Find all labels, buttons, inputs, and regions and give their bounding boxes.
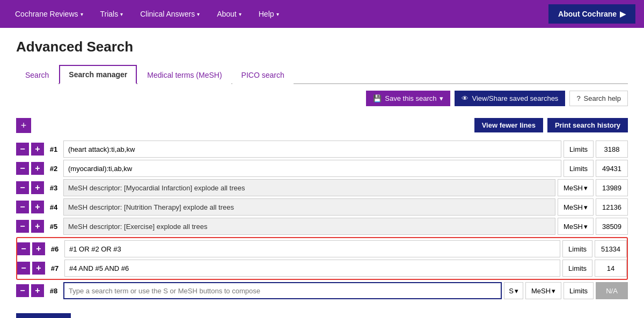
bottom-bar: ✕ Clear all Highlight orphan lines: [16, 307, 628, 318]
add-after-row-7-button[interactable]: +: [32, 262, 45, 275]
search-input-7[interactable]: [64, 260, 560, 277]
chevron-down-icon: ▾: [80, 11, 83, 17]
add-after-row-1-button[interactable]: +: [31, 143, 44, 156]
add-row-button[interactable]: +: [16, 118, 31, 133]
about-cochrane-button[interactable]: About Cochrane ▶: [548, 4, 635, 24]
row-number-5: #5: [46, 223, 61, 231]
search-input-8[interactable]: [63, 282, 502, 299]
search-row-4: − + #4 MeSH ▾ 12136: [16, 198, 628, 216]
top-controls: + View fewer lines Print search history: [16, 118, 628, 137]
chevron-down-icon: ▾: [276, 11, 279, 17]
mesh-button-5[interactable]: MeSH ▾: [558, 218, 594, 235]
tab-pico-search[interactable]: PICO search: [232, 65, 294, 84]
chevron-down-icon: ▾: [584, 184, 588, 192]
remove-row-6-button[interactable]: −: [17, 242, 30, 255]
toolbar: 💾 Save this search ▾ 👁 View/Share saved …: [16, 84, 628, 113]
chevron-down-icon: ▾: [584, 203, 588, 211]
chevron-down-icon: ▾: [239, 11, 241, 17]
tabs: Search Search manager Medical terms (MeS…: [16, 64, 628, 84]
search-row-1: − + #1 Limits 3188: [16, 140, 628, 158]
limits-button-2[interactable]: Limits: [564, 160, 594, 177]
chevron-down-icon: ▾: [120, 11, 123, 17]
chevron-down-icon: ▾: [515, 287, 518, 295]
row-number-7: #7: [47, 264, 62, 272]
search-row-8: − + #8 S ▾ MeSH ▾ Limits N/A: [16, 282, 628, 299]
row-number-6: #6: [47, 245, 62, 253]
row-count-3: 13989: [596, 179, 628, 196]
nav-clinical-answers[interactable]: Clinical Answers ▾: [134, 5, 206, 23]
row-count-5: 38509: [596, 218, 628, 235]
nav-cochrane-reviews[interactable]: Cochrane Reviews ▾: [9, 5, 90, 23]
nav-about[interactable]: About ▾: [210, 5, 248, 23]
row-count-1: 3188: [596, 140, 628, 158]
mesh-button-4[interactable]: MeSH ▾: [558, 198, 594, 216]
search-rows-container: − + #1 Limits 3188 − + #2 Limits 49431 −…: [16, 140, 628, 299]
search-input-1[interactable]: [63, 140, 561, 158]
add-after-row-3-button[interactable]: +: [31, 181, 44, 194]
row-number-2: #2: [46, 165, 61, 173]
search-row-7: − + #7 Limits 14: [17, 260, 627, 277]
row-number-4: #4: [46, 203, 61, 211]
add-after-row-4-button[interactable]: +: [31, 201, 44, 213]
print-search-history-button[interactable]: Print search history: [547, 118, 628, 132]
nav-help[interactable]: Help ▾: [252, 5, 286, 23]
mesh-button-8[interactable]: MeSH ▾: [525, 282, 561, 299]
chevron-right-icon: ▶: [620, 10, 626, 18]
add-after-row-8-button[interactable]: +: [31, 284, 44, 297]
remove-row-3-button[interactable]: −: [16, 181, 29, 194]
s-dropdown-button[interactable]: S ▾: [504, 282, 523, 299]
remove-row-7-button[interactable]: −: [17, 262, 30, 275]
limits-button-1[interactable]: Limits: [564, 140, 594, 158]
save-search-button[interactable]: 💾 Save this search ▾: [366, 91, 450, 106]
add-after-row-6-button[interactable]: +: [32, 242, 45, 255]
search-area: + View fewer lines Print search history …: [16, 113, 628, 307]
remove-row-5-button[interactable]: −: [16, 220, 29, 233]
row-count-2: 49431: [596, 160, 628, 177]
row-count-4: 12136: [596, 198, 628, 216]
nav-trials[interactable]: Trials ▾: [94, 5, 130, 23]
row-number-1: #1: [46, 145, 61, 153]
tab-search-manager[interactable]: Search manager: [59, 65, 137, 84]
remove-row-8-button[interactable]: −: [16, 284, 29, 297]
row-count-8: N/A: [596, 282, 628, 299]
tab-medical-terms[interactable]: Medical terms (MeSH): [138, 65, 231, 84]
chevron-down-icon: ▾: [440, 94, 443, 102]
page-content: Advanced Search Search Search manager Me…: [0, 28, 644, 318]
save-icon: 💾: [373, 94, 382, 102]
search-input-2[interactable]: [63, 160, 561, 177]
add-after-row-2-button[interactable]: +: [31, 162, 44, 175]
search-row-3: − + #3 MeSH ▾ 13989: [16, 179, 628, 196]
row-count-6: 51334: [595, 240, 627, 257]
chevron-down-icon: ▾: [197, 11, 200, 17]
search-input-5[interactable]: [63, 218, 555, 235]
search-input-4[interactable]: [63, 198, 555, 216]
limits-button-7[interactable]: Limits: [562, 260, 592, 277]
clear-all-button[interactable]: ✕ Clear all: [16, 313, 71, 318]
limits-button-8[interactable]: Limits: [564, 282, 594, 299]
chevron-down-icon: ▾: [552, 287, 555, 295]
remove-row-4-button[interactable]: −: [16, 201, 29, 213]
search-row-2: − + #2 Limits 49431: [16, 160, 628, 177]
highlighted-rows-wrapper: − + #6 Limits 51334 − + #7 Limits 14: [16, 237, 628, 280]
search-input-6[interactable]: [64, 240, 560, 257]
question-icon: ?: [576, 94, 580, 102]
row-number-8: #8: [46, 287, 61, 295]
remove-row-2-button[interactable]: −: [16, 162, 29, 175]
mesh-button-3[interactable]: MeSH ▾: [558, 179, 594, 196]
search-input-3[interactable]: [63, 179, 555, 196]
search-row-6: − + #6 Limits 51334: [17, 240, 627, 257]
tab-search[interactable]: Search: [16, 65, 58, 84]
chevron-down-icon: ▾: [584, 223, 588, 231]
eye-icon: 👁: [462, 94, 469, 102]
view-fewer-lines-button[interactable]: View fewer lines: [474, 118, 543, 132]
view-share-button[interactable]: 👁 View/Share saved searches: [455, 91, 565, 106]
search-row-5: − + #5 MeSH ▾ 38509: [16, 218, 628, 235]
top-navigation: Cochrane Reviews ▾ Trials ▾ Clinical Ans…: [0, 0, 644, 28]
remove-row-1-button[interactable]: −: [16, 143, 29, 156]
search-help-button[interactable]: ? Search help: [569, 91, 628, 106]
page-title: Advanced Search: [16, 39, 628, 55]
limits-button-6[interactable]: Limits: [562, 240, 592, 257]
row-number-3: #3: [46, 184, 61, 192]
row-count-7: 14: [595, 260, 627, 277]
add-after-row-5-button[interactable]: +: [31, 220, 44, 233]
